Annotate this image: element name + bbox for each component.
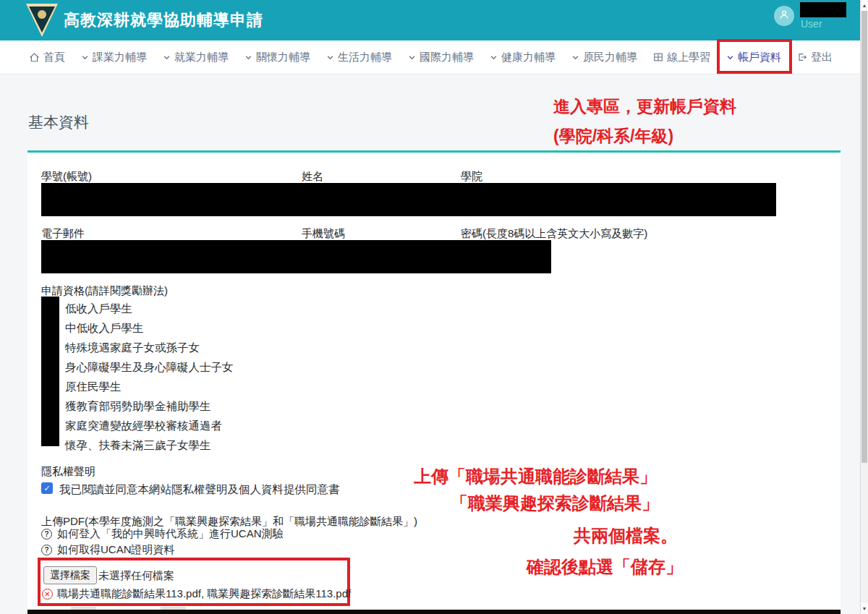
logout-icon <box>797 52 807 62</box>
eligibility-option: 中低收入戶學生 <box>65 321 144 336</box>
no-file-selected-text: 未選擇任何檔案 <box>98 569 174 583</box>
chevron-down-icon <box>571 54 579 61</box>
privacy-label: 隱私權聲明 <box>41 465 95 479</box>
home-icon <box>29 52 40 63</box>
eligibility-option: 家庭突遭變故經學校審核通過者 <box>65 419 222 434</box>
student-id-label: 學號(帳號) <box>41 170 92 184</box>
eligibility-option: 身心障礙學生及身心障礙人士子女 <box>65 360 234 375</box>
nav-item-employment[interactable]: 就業力輔導 <box>163 51 229 64</box>
choose-file-button[interactable]: 選擇檔案 <box>43 566 97 584</box>
nav-item-account[interactable]: 帳戶資料 <box>726 51 781 64</box>
privacy-consent-text: 我已閱讀並同意本網站隱私權聲明及個人資料提供同意書 <box>59 482 340 498</box>
eligibility-label: 申請資格(請詳閱獎勵辦法) <box>41 284 168 298</box>
email-label: 電子郵件 <box>41 227 85 241</box>
uploaded-files-text: 職場共通職能診斷結果113.pdf, 職業興趣探索診斷結果113.pdf <box>57 587 351 601</box>
question-circle-icon: ? <box>41 545 52 555</box>
chevron-down-icon <box>244 54 252 61</box>
circle-x-icon[interactable]: ✕ <box>42 589 53 600</box>
redacted-eligibility-checkboxes <box>41 297 59 446</box>
scrollbar-thumb[interactable] <box>861 11 867 463</box>
basic-info-card: 學號(帳號) 姓名 學院 電子郵件 手機號碼 密碼(長度8碼以上含英文大小寫及數… <box>27 150 841 614</box>
college-label: 學院 <box>461 170 482 184</box>
scrollbar: ▲ ▼ <box>860 0 868 614</box>
password-label: 密碼(長度8碼以上含英文大小寫及數字) <box>461 227 647 241</box>
chevron-down-icon <box>326 54 334 61</box>
annotation-mid-line2: 「職業興趣探索診斷結果」 <box>451 492 659 515</box>
nav-item-care[interactable]: 關懷力輔導 <box>244 51 310 64</box>
redacted-contact-fields <box>41 240 551 273</box>
eligibility-option: 原住民學生 <box>65 380 122 395</box>
redacted-bottom-bar <box>27 610 841 614</box>
nav-item-international[interactable]: 國際力輔導 <box>408 51 474 64</box>
nav-item-academic[interactable]: 課業力輔導 <box>81 51 147 64</box>
redacted-username <box>800 2 846 17</box>
chevron-down-icon <box>408 54 416 61</box>
nav-item-logout[interactable]: 登出 <box>797 51 833 64</box>
user-avatar[interactable] <box>774 6 794 26</box>
help-link-ucan-proof[interactable]: ? 如何取得UCAN證明資料 <box>41 543 175 557</box>
nav-item-online-learning[interactable]: 線上學習 <box>653 51 710 64</box>
user-role-label: User <box>801 18 822 30</box>
school-logo-icon <box>26 4 58 37</box>
annotation-top: 進入專區，更新帳戶資料 (學院/科系/年級) <box>553 92 736 151</box>
annotation-mid-line4: 確認後點選「儲存」 <box>527 555 683 579</box>
annotation-mid-line3: 共兩個檔案。 <box>574 524 678 547</box>
nav-item-health[interactable]: 健康力輔導 <box>490 51 556 64</box>
chevron-down-icon <box>726 54 734 61</box>
nav-item-life[interactable]: 生活力輔導 <box>326 51 392 64</box>
nav-active-indicator <box>725 72 783 74</box>
annotation-top-line2: (學院/科系/年級) <box>553 121 736 151</box>
grid-icon <box>653 52 663 62</box>
main-nav: 首頁 課業力輔導 就業力輔導 關懷力輔導 生活力輔導 國際力輔導 健康力輔導 原… <box>0 40 868 74</box>
app-header: 高教深耕就學協助輔導申請 User <box>0 0 868 40</box>
uploaded-files-row: ✕ 職場共通職能診斷結果113.pdf, 職業興趣探索診斷結果113.pdf <box>42 587 351 601</box>
chevron-down-icon <box>163 54 171 61</box>
nav-item-home[interactable]: 首頁 <box>29 51 65 64</box>
eligibility-option: 獲教育部弱勢助學金補助學生 <box>65 399 211 414</box>
phone-label: 手機號碼 <box>302 227 345 241</box>
page-title: 基本資料 <box>28 112 89 132</box>
eligibility-option: 懷孕、扶養未滿三歲子女學生 <box>65 438 211 453</box>
privacy-checkbox[interactable]: ✓ <box>41 482 53 494</box>
chevron-down-icon <box>490 54 498 61</box>
eligibility-option: 低收入戶學生 <box>65 302 132 317</box>
scroll-down-arrow[interactable]: ▼ <box>861 603 868 614</box>
annotation-mid-line1: 上傳「職場共通職能診斷結果」 <box>414 465 657 488</box>
help-link-ucan-login[interactable]: ? 如何登入「我的中興時代系統」進行UCAN測驗 <box>41 527 284 541</box>
question-circle-icon: ? <box>41 529 52 540</box>
scroll-up-arrow[interactable]: ▲ <box>861 0 868 11</box>
eligibility-option: 特殊境遇家庭子女或孫子女 <box>65 341 200 356</box>
chevron-down-icon <box>81 54 89 61</box>
redacted-identity-fields <box>41 183 776 216</box>
person-icon <box>778 8 791 24</box>
nav-item-indigenous[interactable]: 原民力輔導 <box>571 51 637 64</box>
annotation-top-line1: 進入專區，更新帳戶資料 <box>553 92 736 121</box>
name-label: 姓名 <box>302 170 323 184</box>
app-title: 高教深耕就學協助輔導申請 <box>64 9 263 31</box>
